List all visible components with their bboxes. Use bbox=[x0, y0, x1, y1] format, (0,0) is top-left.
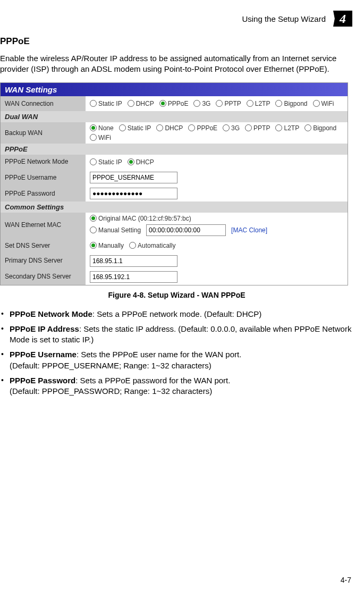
wan-settings-panel: WAN Settings WAN Connection Static IPDHC… bbox=[0, 82, 348, 285]
radio-label: Bigpond bbox=[313, 124, 336, 132]
radio-dot-icon bbox=[90, 134, 97, 141]
bullet-head: PPPoE Username bbox=[10, 350, 77, 359]
radio-dot-icon bbox=[90, 215, 97, 222]
bullet-rest: : Sets the PPPoE user name for the WAN p… bbox=[77, 350, 241, 359]
radio-static-ip[interactable]: Static IP bbox=[119, 124, 151, 132]
pppoe-username-input[interactable] bbox=[90, 172, 177, 183]
radio-dot-icon bbox=[90, 242, 97, 249]
bullet-item: PPPoE Network Mode: Sets a PPPoE network… bbox=[0, 309, 353, 319]
radio-pptp[interactable]: PPTP bbox=[245, 124, 270, 132]
radio-dot-icon bbox=[304, 124, 311, 131]
radio-label: PPPoE bbox=[197, 124, 217, 132]
radio-label: WiFi bbox=[321, 100, 334, 107]
pppoe-password-input[interactable] bbox=[90, 188, 177, 199]
dns1-input[interactable] bbox=[90, 255, 177, 267]
radio-dot-icon bbox=[90, 124, 97, 131]
radio-3g[interactable]: 3G bbox=[223, 124, 240, 132]
radio-dhcp[interactable]: DHCP bbox=[128, 158, 154, 166]
bullet-list: PPPoE Network Mode: Sets a PPPoE network… bbox=[0, 309, 353, 397]
label-pppoe-mode: PPPoE Network Mode bbox=[1, 155, 86, 170]
radio-dot-icon bbox=[313, 100, 320, 107]
mac-clone-link[interactable]: [MAC Clone] bbox=[231, 226, 267, 234]
radio-dot-icon bbox=[129, 242, 136, 249]
row-dns: Set DNS Server ManuallyAutomatically bbox=[1, 238, 348, 253]
manual-mac-input[interactable] bbox=[146, 224, 226, 236]
radio-dot-icon bbox=[223, 124, 230, 131]
radio-pptp[interactable]: PPTP bbox=[216, 100, 241, 107]
radio-l2tp[interactable]: L2TP bbox=[247, 100, 270, 107]
radio-static-ip[interactable]: Static IP bbox=[90, 158, 122, 166]
radio-dot-icon bbox=[275, 124, 282, 131]
radio-dot-icon bbox=[216, 100, 223, 107]
row-pppoe-password: PPPoE Password bbox=[1, 186, 348, 201]
radio-dot-icon bbox=[156, 124, 163, 131]
bullet-rest: : Sets a PPPoE network mode. (Default: D… bbox=[92, 309, 261, 318]
radio-none[interactable]: None bbox=[90, 124, 114, 132]
dns-options: ManuallyAutomatically bbox=[86, 240, 348, 251]
radio-manually[interactable]: Manually bbox=[90, 242, 124, 249]
radio-label: PPTP bbox=[224, 100, 241, 107]
radio-label: WiFi bbox=[98, 134, 111, 141]
radio-dhcp[interactable]: DHCP bbox=[128, 100, 154, 107]
radio-label: L2TP bbox=[255, 100, 270, 107]
radio-dot-icon bbox=[90, 226, 97, 233]
radio-label: PPPoE bbox=[168, 100, 189, 107]
bullet-item: PPPoE Username: Sets the PPPoE user name… bbox=[0, 349, 353, 371]
radio-dot-icon bbox=[119, 124, 126, 131]
panel-title: WAN Settings bbox=[1, 83, 348, 96]
radio-dot-icon bbox=[90, 158, 97, 165]
manual-mac-text: Manual Setting bbox=[98, 226, 141, 234]
row-wan-mac: WAN Ethernet MAC Original MAC (00:12:cf:… bbox=[1, 213, 348, 238]
bullet-line2: (Default: PPPOE_USERNAME; Range: 1~32 ch… bbox=[10, 361, 211, 370]
label-dns1: Primary DNS Server bbox=[1, 253, 86, 269]
radio-label: Static IP bbox=[98, 158, 122, 166]
radio-static-ip[interactable]: Static IP bbox=[90, 100, 122, 107]
row-dns1: Primary DNS Server bbox=[1, 253, 348, 269]
label-backup-wan: Backup WAN bbox=[1, 122, 86, 144]
radio-label: Static IP bbox=[128, 124, 151, 132]
figure-caption: Figure 4-8. Setup Wizard - WAN PPPoE bbox=[0, 291, 353, 299]
radio-automatically[interactable]: Automatically bbox=[129, 242, 175, 249]
label-dns: Set DNS Server bbox=[1, 238, 86, 253]
chapter-badge: 4 bbox=[333, 11, 352, 27]
label-pppoe-password: PPPoE Password bbox=[1, 186, 86, 201]
dns2-input[interactable] bbox=[90, 271, 177, 283]
bullet-rest: : Sets a PPPoE password for the WAN port… bbox=[75, 376, 230, 385]
radio-label: None bbox=[98, 124, 114, 132]
label-dns2: Secondary DNS Server bbox=[1, 269, 86, 285]
radio-label: Bigpond bbox=[284, 100, 307, 107]
label-wan-mac: WAN Ethernet MAC bbox=[1, 213, 86, 238]
radio-label: PPTP bbox=[253, 124, 270, 132]
radio-pppoe[interactable]: PPPoE bbox=[188, 124, 217, 132]
radio-wifi[interactable]: WiFi bbox=[90, 134, 111, 141]
section-title: PPPoE bbox=[0, 36, 353, 47]
radio-manual-mac[interactable]: Manual Setting bbox=[90, 226, 141, 234]
section-intro: Enable the wireless AP/Router IP address… bbox=[0, 53, 353, 75]
radio-label: DHCP bbox=[165, 124, 183, 132]
bullet-item: PPPoE Password: Sets a PPPoE password fo… bbox=[0, 375, 353, 397]
radio-pppoe[interactable]: PPPoE bbox=[159, 100, 189, 107]
radio-dhcp[interactable]: DHCP bbox=[156, 124, 183, 132]
radio-bigpond[interactable]: Bigpond bbox=[275, 100, 307, 107]
radio-label: DHCP bbox=[136, 158, 154, 166]
bullet-head: PPPoE Password bbox=[10, 376, 75, 385]
section-dual-wan: Dual WAN bbox=[1, 111, 348, 122]
radio-dot-icon bbox=[159, 100, 166, 107]
bullet-line2: (Default: PPPOE_PASSWORD; Range: 1~32 ch… bbox=[10, 386, 212, 396]
label-wan-connection: WAN Connection bbox=[1, 96, 86, 111]
radio-label: Automatically bbox=[138, 242, 175, 249]
radio-bigpond[interactable]: Bigpond bbox=[304, 124, 336, 132]
radio-3g[interactable]: 3G bbox=[193, 100, 210, 107]
radio-dot-icon bbox=[128, 158, 134, 165]
section-pppoe: PPPoE bbox=[1, 144, 348, 155]
backup-wan-options: NoneStatic IPDHCPPPPoE3GPPTPL2TPBigpondW… bbox=[86, 122, 348, 144]
radio-label: DHCP bbox=[136, 100, 154, 107]
radio-dot-icon bbox=[90, 100, 97, 107]
radio-original-mac[interactable]: Original MAC (00:12:cf:9b:57:bc) bbox=[90, 215, 191, 222]
bullet-head: PPPoE Network Mode bbox=[10, 309, 92, 318]
radio-dot-icon bbox=[245, 124, 252, 131]
row-dns2: Secondary DNS Server bbox=[1, 269, 348, 285]
radio-l2tp[interactable]: L2TP bbox=[275, 124, 299, 132]
radio-wifi[interactable]: WiFi bbox=[313, 100, 334, 107]
page-number: 4-7 bbox=[341, 576, 351, 584]
